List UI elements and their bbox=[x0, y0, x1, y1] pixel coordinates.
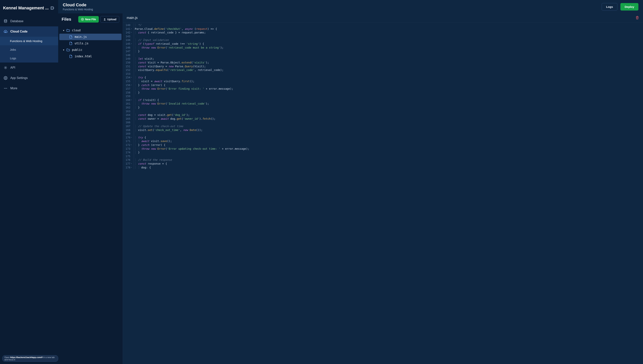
line-number: 172▾ bbox=[126, 143, 130, 147]
code-line[interactable]: │ let visit; bbox=[134, 57, 641, 61]
file-main-js[interactable]: main.js bbox=[59, 34, 122, 40]
fold-marker-icon[interactable]: ▾ bbox=[131, 99, 132, 101]
line-number: 158 bbox=[126, 91, 130, 95]
code-line[interactable]: │ visit.set('check_out_time', new Date()… bbox=[134, 128, 641, 132]
nav-item-database[interactable]: Database bbox=[0, 16, 58, 26]
code-line[interactable]: │ const { retrieval_code } = request.par… bbox=[134, 31, 641, 34]
nav-item-app-settings[interactable]: App Settings bbox=[0, 73, 58, 83]
code-line[interactable] bbox=[134, 34, 641, 38]
url-tooltip: Open https://backend.back4app.com/# in a… bbox=[2, 355, 58, 362]
line-number: 162 bbox=[126, 106, 130, 110]
code-line[interactable]: │ visitQuery.equalTo('retrieval_code', r… bbox=[134, 68, 641, 72]
code-line[interactable]: │ } bbox=[134, 106, 641, 110]
folder-public[interactable]: ▾public bbox=[59, 47, 122, 53]
code-line[interactable]: │ // Input validation bbox=[134, 38, 641, 42]
folder-cloud[interactable]: ▾cloud bbox=[59, 27, 122, 34]
code-line[interactable] bbox=[134, 72, 641, 76]
code-line[interactable] bbox=[134, 132, 641, 136]
sidebar: Kennel Management ... Database Cloud Cod… bbox=[0, 0, 58, 364]
api-icon bbox=[4, 66, 8, 70]
code-line[interactable]: │ │ throw new Error('retrieval_code must… bbox=[134, 46, 641, 50]
code[interactable]: │ */Parse.Cloud.define('checkOut', async… bbox=[132, 22, 643, 364]
file-index-html[interactable]: index.html bbox=[59, 53, 122, 60]
tab-filename[interactable]: main.js bbox=[127, 16, 138, 20]
nav-item-api[interactable]: API bbox=[0, 62, 58, 73]
code-line[interactable] bbox=[134, 94, 641, 98]
fold-marker-icon[interactable]: ▾ bbox=[131, 144, 132, 146]
code-line[interactable]: │ const visitQuery = new Parse.Query(Vis… bbox=[134, 64, 641, 68]
fold-marker-icon[interactable]: ▾ bbox=[131, 43, 132, 45]
nav: Database Cloud Code Functions & Web Host… bbox=[0, 16, 58, 364]
sub-item-jobs[interactable]: Jobs bbox=[0, 45, 58, 54]
code-line[interactable]: │ const Visit = Parse.Object.extend('vis… bbox=[134, 61, 641, 64]
editor-panel: main.js 140141▾142▾143144145▾14614714814… bbox=[123, 14, 643, 364]
caret-down-icon: ▾ bbox=[63, 29, 65, 32]
code-line[interactable]: │ } catch (error) { bbox=[134, 143, 641, 147]
fold-marker-icon[interactable]: ▾ bbox=[131, 76, 132, 78]
code-line[interactable]: │ } catch (error) { bbox=[134, 83, 641, 87]
line-number: 152 bbox=[126, 68, 130, 72]
files-actions: New File Upload bbox=[78, 16, 119, 22]
cloud-icon bbox=[4, 30, 8, 34]
code-line[interactable]: │ │ visit = await visitQuery.first(); bbox=[134, 80, 641, 83]
nav-label: API bbox=[10, 66, 15, 70]
code-line[interactable]: │ */ bbox=[134, 23, 641, 27]
nav-item-more[interactable]: More bbox=[0, 83, 58, 94]
line-number: 165 bbox=[126, 117, 130, 121]
code-line[interactable]: │ } bbox=[134, 91, 641, 95]
code-line[interactable]: │ const response = { bbox=[134, 162, 641, 166]
panel-collapse-icon bbox=[50, 6, 55, 10]
code-line[interactable]: │ const owner = await dog.get('owner_id'… bbox=[134, 117, 641, 121]
sub-item-functions[interactable]: Functions & Web Hosting bbox=[0, 37, 58, 45]
fold-marker-icon[interactable]: ▾ bbox=[131, 84, 132, 86]
code-line[interactable] bbox=[134, 53, 641, 57]
code-line[interactable] bbox=[134, 110, 641, 113]
delete-file-button[interactable] bbox=[635, 16, 639, 20]
line-number: 174 bbox=[126, 151, 130, 154]
code-line[interactable]: │ try { bbox=[134, 76, 641, 80]
nav-label: More bbox=[10, 86, 17, 90]
fold-marker-icon[interactable]: ▾ bbox=[131, 28, 132, 30]
code-line[interactable] bbox=[134, 154, 641, 158]
line-number: 160▾ bbox=[126, 98, 130, 102]
code-line[interactable]: │ try { bbox=[134, 136, 641, 140]
code-line[interactable] bbox=[134, 121, 641, 124]
logs-button[interactable]: Logs bbox=[602, 3, 617, 10]
line-number: 166 bbox=[126, 121, 130, 124]
code-line[interactable]: │ // Build the response bbox=[134, 158, 641, 162]
code-line[interactable]: │ } bbox=[134, 151, 641, 154]
sidebar-collapse-button[interactable] bbox=[50, 5, 55, 11]
database-icon bbox=[4, 19, 8, 23]
code-line[interactable]: │ if (typeof retrieval_code !== 'string'… bbox=[134, 42, 641, 46]
code-line[interactable]: │ │ await visit.save(); bbox=[134, 139, 641, 143]
fold-marker-icon[interactable]: ▾ bbox=[131, 136, 132, 138]
new-file-button[interactable]: New File bbox=[78, 16, 99, 22]
code-line[interactable]: │ │ throw new Error('Error finding visit… bbox=[134, 87, 641, 91]
code-line[interactable]: │ } bbox=[134, 50, 641, 53]
fold-marker-icon[interactable]: ▾ bbox=[131, 166, 132, 168]
sub-nav: Functions & Web Hosting Jobs Logs bbox=[0, 37, 58, 62]
line-number: 169 bbox=[126, 132, 130, 136]
file-utils-js[interactable]: utils.js bbox=[59, 40, 122, 47]
code-line[interactable]: │ │ throw new Error('Invalid retrieval_c… bbox=[134, 102, 641, 106]
fold-marker-icon[interactable]: ▾ bbox=[131, 31, 132, 34]
line-number: 153 bbox=[126, 72, 130, 76]
code-line[interactable]: │ │ throw new Error('Error updating chec… bbox=[134, 147, 641, 151]
code-line[interactable]: │ │ dog: { bbox=[134, 166, 641, 170]
nav-item-cloud-code[interactable]: Cloud Code bbox=[0, 26, 58, 37]
code-line[interactable]: │ if (!visit) { bbox=[134, 98, 641, 102]
deploy-button[interactable]: Deploy bbox=[620, 3, 638, 10]
code-line[interactable]: Parse.Cloud.define('checkOut', async (re… bbox=[134, 27, 641, 31]
page-heading: Cloud Code Functions & Web Hosting bbox=[63, 2, 93, 11]
line-number: 155 bbox=[126, 80, 130, 83]
line-number: 168 bbox=[126, 128, 130, 132]
sub-item-logs[interactable]: Logs bbox=[0, 54, 58, 62]
code-line[interactable]: │ // Update the check-out time bbox=[134, 124, 641, 128]
code-line[interactable]: │ const dog = visit.get('dog_id'); bbox=[134, 113, 641, 117]
fold-marker-icon[interactable]: ▾ bbox=[131, 162, 132, 164]
gear-icon bbox=[4, 76, 8, 80]
upload-button[interactable]: Upload bbox=[100, 16, 119, 22]
code-area[interactable]: 140141▾142▾143144145▾1461471481491501511… bbox=[123, 22, 643, 364]
file-name: main.js bbox=[75, 35, 87, 38]
line-number: 146 bbox=[126, 46, 130, 50]
